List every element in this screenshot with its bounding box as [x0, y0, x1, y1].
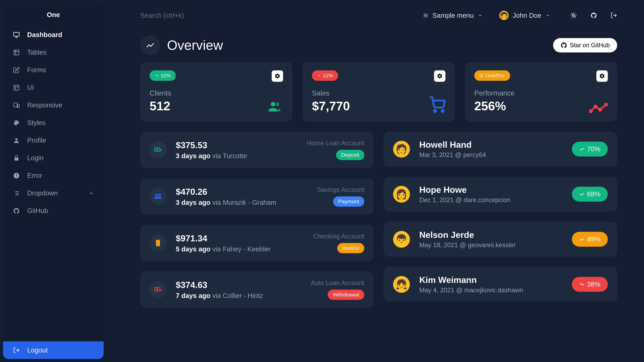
chevron-down-icon: [546, 13, 550, 18]
topbar: Sample menu 🧑 John Doe: [140, 4, 617, 27]
transaction-tag: Withdrawal: [328, 290, 364, 300]
card-settings-button[interactable]: [272, 70, 283, 82]
avatar: 🧑: [393, 141, 410, 158]
logout-label: Logout: [27, 347, 48, 354]
stat-cards: 12% Clients 512 12%: [140, 62, 617, 121]
logout-icon[interactable]: [610, 12, 617, 19]
avatar: 👧: [393, 276, 410, 293]
sidebar-item-github[interactable]: GitHub: [3, 202, 104, 220]
svg-point-33: [434, 110, 436, 112]
transaction-icon: [150, 188, 166, 205]
sidebar-item-label: Error: [27, 172, 42, 179]
avatar: 👩: [393, 186, 410, 203]
avatar: 🧑: [499, 11, 509, 20]
transaction-account: Checking Account: [313, 233, 364, 240]
svg-point-11: [15, 138, 18, 140]
cart-icon: [429, 96, 446, 113]
sidebar-item-dashboard[interactable]: Dashboard: [3, 26, 104, 43]
svg-rect-6: [14, 85, 19, 90]
theme-toggle-icon[interactable]: [570, 12, 577, 19]
palette-icon: [13, 119, 20, 126]
svg-rect-3: [14, 50, 19, 55]
sidebar-item-error[interactable]: Error: [3, 167, 104, 184]
sidebar-item-dropdown[interactable]: Dropdown: [3, 184, 104, 202]
sidebar-item-label: Responsive: [27, 101, 62, 109]
transaction-time: 3 days ago via Murazik - Graham: [176, 199, 317, 206]
page-header: Overview Star on GitHub: [140, 27, 617, 62]
search-input[interactable]: [140, 12, 416, 19]
overview-icon: [140, 35, 160, 55]
sample-menu[interactable]: Sample menu: [423, 12, 482, 19]
logout-icon: [13, 347, 20, 354]
logout-button[interactable]: Logout: [3, 341, 104, 359]
github-icon[interactable]: [590, 12, 597, 19]
sidebar-item-styles[interactable]: Styles: [3, 114, 104, 132]
user-menu[interactable]: 🧑 John Doe: [499, 11, 550, 20]
monitor-icon: [13, 31, 20, 38]
transaction-time: 5 days ago via Fahey - Keebler: [176, 245, 313, 253]
transaction-time: 3 days ago via Turcotte: [176, 152, 307, 160]
transaction-amount: $375.53: [176, 140, 307, 150]
transaction-tag: Invoice: [337, 243, 364, 253]
sidebar-item-label: Tables: [27, 49, 46, 56]
pill-text: 12%: [323, 73, 333, 78]
sidebar-item-login[interactable]: Login: [3, 149, 104, 167]
sidebar-item-ui[interactable]: UI: [3, 79, 104, 96]
svg-point-41: [605, 103, 608, 105]
svg-point-39: [594, 105, 597, 108]
card-settings-button[interactable]: [434, 70, 446, 82]
client-row[interactable]: 👩 Hope Howe Dec 1, 2021 @ dare.concepcio…: [384, 177, 617, 212]
chevron-down-icon: [478, 13, 482, 18]
svg-point-37: [481, 76, 482, 77]
sidebar-item-forms[interactable]: Forms: [3, 61, 104, 79]
svg-point-34: [442, 110, 444, 112]
clients-list: 🧑 Howell Hand Mar 3, 2021 @ percy64 70% …: [384, 132, 617, 308]
transaction-row[interactable]: $470.26 3 days ago via Murazik - Graham …: [140, 178, 374, 215]
plus-icon: [89, 191, 94, 196]
card-value: 256%: [474, 99, 514, 113]
edit-icon: [13, 67, 20, 73]
client-name: Kim Weimann: [419, 275, 572, 285]
transaction-row[interactable]: $971.34 5 days ago via Fahey - Keebler C…: [140, 225, 374, 261]
layout-icon: [13, 84, 20, 91]
chart-icon: [589, 103, 608, 113]
transactions-list: $375.53 3 days ago via Turcotte Home Loa…: [140, 132, 374, 308]
svg-rect-12: [14, 158, 18, 161]
sidebar-item-label: GitHub: [27, 207, 48, 215]
star-github-button[interactable]: Star on GitHub: [553, 38, 617, 52]
client-row[interactable]: 🧑 Howell Hand Mar 3, 2021 @ percy64 70%: [384, 132, 617, 167]
transaction-icon: [150, 281, 166, 298]
card-performance: Overflow Performance 256%: [465, 62, 617, 121]
card-settings-button[interactable]: [596, 70, 608, 82]
sidebar: One Dashboard Tables Forms UI Responsive: [3, 3, 104, 359]
sidebar-item-label: Login: [27, 154, 44, 162]
sidebar-item-profile[interactable]: Profile: [3, 132, 104, 149]
menu-icon: [423, 13, 428, 18]
table-icon: [13, 49, 20, 56]
client-sub: Dec 1, 2021 @ dare.concepcion: [419, 196, 572, 204]
sidebar-item-label: Dashboard: [27, 31, 62, 38]
transaction-tag: Payment: [333, 196, 364, 207]
pill-text: Overflow: [485, 73, 505, 78]
sidebar-item-tables[interactable]: Tables: [3, 43, 104, 61]
alert-icon: [13, 172, 20, 179]
card-label: Clients: [150, 89, 171, 97]
github-icon: [560, 42, 567, 49]
client-row[interactable]: 👧 Kim Weimann May 4, 2021 @ macejkovic.d…: [384, 267, 617, 302]
lock-icon: [13, 155, 20, 161]
trend-pill: Overflow: [474, 70, 510, 81]
client-pct-pill: 68%: [572, 187, 608, 202]
transaction-row[interactable]: $375.53 3 days ago via Turcotte Home Loa…: [140, 132, 374, 168]
sidebar-item-responsive[interactable]: Responsive: [3, 96, 104, 114]
card-clients: 12% Clients 512: [140, 62, 292, 121]
svg-rect-14: [16, 174, 16, 176]
client-pct-pill: 70%: [572, 142, 608, 157]
nav: Dashboard Tables Forms UI Responsive Sty…: [3, 26, 104, 359]
transaction-row[interactable]: $374.63 7 days ago via Collier - Hintz A…: [140, 271, 374, 308]
sidebar-item-label: Dropdown: [27, 189, 58, 197]
user-name: John Doe: [513, 12, 541, 19]
client-row[interactable]: 👦 Nelson Jerde May 18, 2021 @ geovanni.k…: [384, 222, 617, 257]
trend-pill: 12%: [312, 70, 338, 81]
card-value: $7,770: [312, 99, 350, 113]
transaction-account: Home Loan Account: [307, 140, 364, 147]
